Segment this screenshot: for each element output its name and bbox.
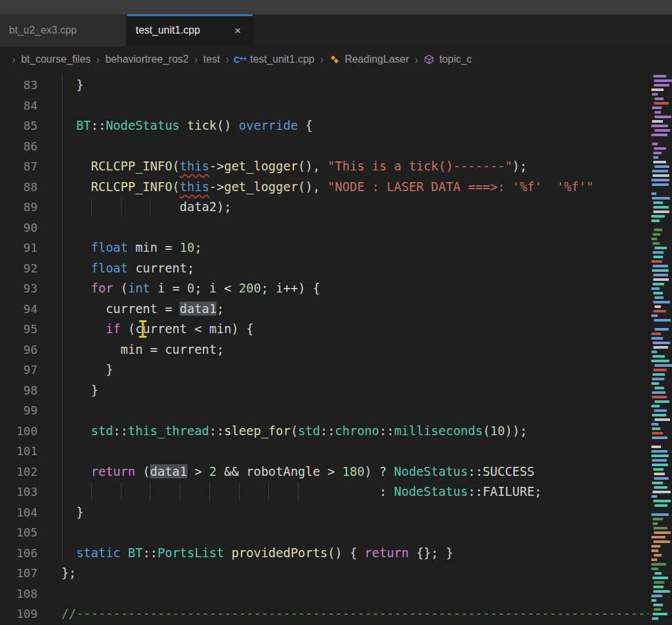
code-line-95[interactable]: 95 if (current < min) {	[0, 319, 672, 340]
minimap-line	[655, 224, 672, 227]
code-token: ;	[194, 240, 202, 254]
line-number[interactable]: 98	[0, 380, 48, 401]
code-line-109[interactable]: 109//-----------------------------------…	[0, 604, 672, 624]
code-line-85[interactable]: 85 BT::NodeStatus tick() override {	[0, 116, 672, 136]
code-line-102[interactable]: 102 return (data1 > 2 && robotAngle > 18…	[0, 462, 672, 482]
line-number[interactable]: 96	[0, 340, 48, 360]
minimap-line	[653, 491, 671, 493]
line-number[interactable]: 101	[0, 441, 48, 462]
code-text: };	[48, 563, 76, 584]
tab-bt_u2_ex3.cpp[interactable]: bt_u2_ex3.cpp	[0, 14, 127, 46]
code-token: data2);	[61, 200, 231, 214]
code-line-90[interactable]: 90	[0, 218, 672, 238]
code-line-89[interactable]: 89 data2);	[0, 197, 672, 218]
line-number[interactable]: 93	[0, 278, 48, 299]
code-line-100[interactable]: 100 std::this_thread::sleep_for(std::chr…	[0, 421, 672, 442]
code-token: get_logger	[224, 179, 298, 194]
code-line-105[interactable]: 105	[0, 522, 672, 543]
code-line-108[interactable]: 108	[0, 584, 672, 604]
line-number[interactable]: 83	[0, 75, 48, 96]
code-line-104[interactable]: 104 }	[0, 502, 672, 523]
code-token: (	[135, 464, 150, 478]
code-line-94[interactable]: 94 current = data1;	[0, 299, 672, 320]
minimap-line	[652, 143, 658, 145]
breadcrumb-item-behaviortree_ros2[interactable]: behaviortree_ros2	[105, 54, 189, 65]
code-line-88[interactable]: 88 RCLCPP_INFO(this->get_logger(), "NODE…	[0, 177, 672, 198]
minimap[interactable]	[649, 72, 672, 625]
code-text: return (data1 > 2 && robotAngle > 180) ?…	[48, 462, 534, 482]
code-text: BT::NodeStatus tick() override {	[48, 116, 313, 136]
minimap-line	[652, 432, 663, 435]
code-line-86[interactable]: 86	[0, 136, 672, 157]
minimap-line	[654, 409, 667, 412]
line-number[interactable]: 102	[0, 462, 48, 482]
tab-test_unit1.cpp[interactable]: test_unit1.cpp×	[127, 14, 253, 46]
code-line-97[interactable]: 97 }	[0, 360, 672, 380]
code-token: }	[61, 362, 113, 376]
line-number[interactable]: 97	[0, 360, 48, 380]
line-number[interactable]: 90	[0, 218, 48, 238]
code-text: }	[48, 380, 98, 401]
line-number[interactable]: 103	[0, 482, 48, 502]
line-number[interactable]: 94	[0, 299, 48, 320]
line-number[interactable]: 104	[0, 502, 48, 523]
line-number[interactable]: 95	[0, 319, 48, 340]
code-line-96[interactable]: 96 min = current;	[0, 340, 672, 360]
line-number[interactable]: 99	[0, 400, 48, 421]
highlighted-word: data1	[150, 464, 187, 478]
code-token: get_logger	[224, 159, 298, 173]
line-number[interactable]: 109	[0, 604, 48, 624]
code-token: ::FAILURE;	[468, 484, 541, 498]
line-number[interactable]: 85	[0, 116, 48, 136]
breadcrumb-item-test_unit1.cpp[interactable]: C⁺⁺test_unit1.cpp	[235, 54, 315, 65]
code-token: (	[291, 424, 298, 438]
code-editor[interactable]: 83 }8485 BT::NodeStatus tick() override …	[0, 72, 672, 625]
breadcrumb-item-ReadingLaser[interactable]: ReadingLaser	[329, 54, 409, 65]
line-number[interactable]: 100	[0, 421, 48, 442]
breadcrumb-label: behaviortree_ros2	[105, 54, 189, 65]
code-line-92[interactable]: 92 float current;	[0, 258, 672, 279]
minimap-line	[651, 220, 660, 222]
code-line-106[interactable]: 106 static BT::PortsList providedPorts()…	[0, 543, 672, 564]
line-number[interactable]: 86	[0, 136, 48, 157]
minimap-line	[653, 292, 663, 294]
line-number[interactable]: 88	[0, 177, 48, 198]
breadcrumb-item-test[interactable]: test	[204, 54, 220, 65]
code-token: ;	[216, 302, 224, 316]
line-number[interactable]: 108	[0, 584, 48, 604]
code-line-87[interactable]: 87 RCLCPP_INFO(this->get_logger(), "This…	[0, 156, 672, 177]
code-line-103[interactable]: 103 : NodeStatus::FAILURE;	[0, 482, 672, 502]
minimap-line	[653, 373, 665, 376]
line-number[interactable]: 92	[0, 258, 48, 279]
line-number[interactable]: 107	[0, 563, 48, 584]
code-line-107[interactable]: 107};	[0, 563, 672, 584]
code-line-84[interactable]: 84	[0, 96, 672, 116]
minimap-line	[653, 527, 667, 529]
line-number[interactable]: 87	[0, 156, 48, 177]
breadcrumb-item-topic_c[interactable]: topic_c	[424, 54, 472, 65]
line-number[interactable]: 106	[0, 543, 48, 564]
indent-guide	[121, 483, 121, 501]
code-line-98[interactable]: 98 }	[0, 380, 672, 401]
code-token: (	[173, 159, 180, 173]
code-line-99[interactable]: 99	[0, 400, 672, 421]
minimap-line	[653, 301, 670, 303]
minimap-line	[655, 97, 664, 100]
breadcrumb-item-bt_course_files[interactable]: bt_course_files	[21, 54, 91, 65]
code-text: //--------------------------------------…	[48, 604, 672, 624]
code-line-91[interactable]: 91 float min = 10;	[0, 238, 672, 258]
code-line-83[interactable]: 83 }	[0, 75, 672, 96]
close-icon[interactable]: ×	[232, 24, 244, 37]
minimap-line	[652, 414, 666, 416]
line-number[interactable]: 89	[0, 197, 48, 218]
line-number[interactable]: 84	[0, 96, 48, 116]
line-number[interactable]: 105	[0, 522, 48, 543]
code-line-101[interactable]: 101	[0, 441, 672, 462]
minimap-line	[651, 446, 661, 448]
code-token: :	[61, 484, 394, 498]
code-token: ::	[209, 424, 224, 438]
line-number[interactable]: 91	[0, 238, 48, 258]
minimap-line	[652, 482, 663, 484]
chevron-right-icon: ›	[96, 53, 100, 67]
code-line-93[interactable]: 93 for (int i = 0; i < 200; i++) {	[0, 278, 672, 299]
